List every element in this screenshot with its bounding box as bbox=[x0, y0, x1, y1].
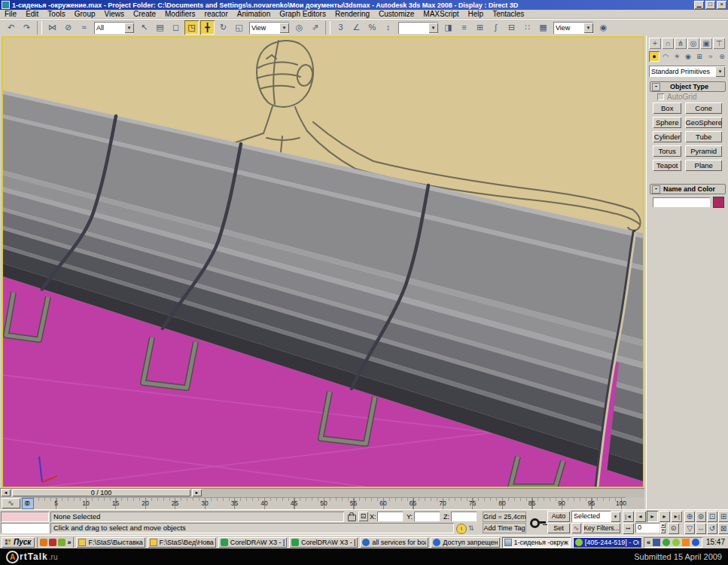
snaps-toggle-3d-button[interactable]: 3 bbox=[334, 20, 348, 35]
spinner-snap-toggle-button[interactable]: ↕ bbox=[381, 20, 395, 35]
absolute-offset-mode-button[interactable]: ⊡ bbox=[358, 512, 368, 521]
arc-rotate-button[interactable]: ↺ bbox=[707, 523, 717, 534]
category-systems[interactable]: ⊛ bbox=[717, 51, 727, 62]
curve-editor-button[interactable]: ∫ bbox=[489, 20, 503, 35]
unlink-selection-button[interactable]: ⊘ bbox=[61, 20, 75, 35]
tab-utilities[interactable]: ⊤ bbox=[713, 38, 725, 49]
viewport-canvas[interactable] bbox=[3, 38, 643, 487]
selection-lock-icon[interactable] bbox=[348, 515, 356, 521]
title-bar[interactable]: 1-сиденья -окружение.max - Project Folde… bbox=[0, 0, 728, 10]
primitive-geosphere-button[interactable]: GeoSphere bbox=[685, 117, 722, 128]
mirror-button[interactable]: ◨ bbox=[441, 20, 455, 35]
auto-key-button[interactable]: Auto Key bbox=[547, 511, 570, 522]
tab-modify[interactable]: ∩ bbox=[662, 38, 674, 49]
menu-modifiers[interactable]: Modifiers bbox=[160, 10, 200, 19]
go-to-start-button[interactable]: |◄ bbox=[623, 511, 634, 522]
menu-help[interactable]: Help bbox=[464, 10, 489, 19]
chevron-down-icon[interactable]: ▼ bbox=[611, 512, 620, 522]
menu-file[interactable]: File bbox=[0, 10, 21, 19]
use-pivot-point-center-button[interactable]: ◎ bbox=[292, 20, 306, 35]
select-object-button[interactable]: ↖ bbox=[137, 20, 151, 35]
chevron-down-icon[interactable]: ▼ bbox=[279, 23, 289, 33]
primitive-tube-button[interactable]: Tube bbox=[685, 131, 722, 142]
zoom-all-button[interactable]: ⊛ bbox=[696, 511, 706, 522]
play-button[interactable]: ► bbox=[647, 511, 658, 522]
menu-views[interactable]: Views bbox=[100, 10, 129, 19]
tray-icon-orange[interactable] bbox=[682, 539, 690, 546]
category-helpers[interactable]: ⊞ bbox=[694, 51, 705, 62]
menu-customize[interactable]: Customize bbox=[374, 10, 419, 19]
time-configuration-button[interactable]: ⊙ bbox=[668, 523, 679, 534]
primitive-plane-button[interactable]: Plane bbox=[685, 160, 722, 171]
set-key-mode-icon[interactable] bbox=[529, 515, 546, 530]
undo-button[interactable]: ↶ bbox=[4, 20, 18, 35]
tray-icon-green[interactable] bbox=[663, 539, 670, 546]
restore-button[interactable]: □ bbox=[705, 1, 715, 9]
zoom-extents-all-button[interactable]: ⊞ bbox=[718, 511, 728, 522]
current-frame-field[interactable]: 0 bbox=[635, 523, 659, 533]
menu-reactor[interactable]: reactor bbox=[200, 10, 233, 19]
category-cameras[interactable]: ◉ bbox=[683, 51, 693, 62]
select-and-scale-button[interactable]: ◱ bbox=[232, 20, 246, 35]
perspective-viewport[interactable] bbox=[2, 36, 644, 488]
menu-rendering[interactable]: Rendering bbox=[330, 10, 374, 19]
chevron-down-icon[interactable]: ▼ bbox=[583, 23, 593, 33]
bind-to-space-warp-button[interactable]: ≈ bbox=[77, 20, 91, 35]
tray-icon-blue[interactable] bbox=[692, 539, 699, 546]
track-bar-ruler[interactable]: 0 05101520253035404550556065707580859095… bbox=[22, 497, 626, 509]
material-editor-button[interactable]: ∷ bbox=[520, 20, 535, 35]
primitive-cylinder-button[interactable]: Cylinder bbox=[653, 131, 681, 142]
object-color-swatch[interactable] bbox=[713, 197, 724, 208]
menu-edit[interactable]: Edit bbox=[21, 10, 43, 19]
reference-coordinate-system-dropdown[interactable]: View▼ bbox=[249, 22, 289, 34]
select-and-move-button[interactable]: ╋ bbox=[200, 20, 215, 35]
primitive-sphere-button[interactable]: Sphere bbox=[653, 117, 681, 128]
tray-icon-icq[interactable] bbox=[672, 539, 680, 546]
primitive-cone-button[interactable]: Cone bbox=[685, 102, 722, 114]
render-setup-button[interactable]: ▦ bbox=[536, 20, 550, 35]
render-type-dropdown[interactable]: View▼ bbox=[553, 22, 593, 34]
category-lights[interactable]: ☀ bbox=[672, 51, 682, 62]
select-and-rotate-button[interactable]: ↻ bbox=[216, 20, 230, 35]
track-bar[interactable]: ∿ 0 051015202530354045505560657075808590… bbox=[0, 497, 644, 509]
key-mode-toggle-button[interactable]: ↦ bbox=[623, 523, 634, 534]
tray-chevron[interactable]: « bbox=[647, 539, 650, 546]
chevron-down-icon[interactable]: ▼ bbox=[124, 23, 134, 33]
time-slider-handle[interactable]: 0 / 100 bbox=[12, 489, 190, 496]
menu-maxscript[interactable]: MAXScript bbox=[419, 10, 463, 19]
task-explorer-2[interactable]: F:\StaS\Вед\Новая ... bbox=[148, 537, 216, 548]
quick-launch-icon-1[interactable] bbox=[40, 539, 47, 546]
collapse-icon[interactable]: - bbox=[652, 185, 660, 194]
chevron-down-icon[interactable]: ▼ bbox=[715, 66, 725, 77]
minimize-button[interactable]: ▁ bbox=[694, 1, 704, 9]
task-coreldraw-2[interactable]: CorelDRAW X3 - [C:\... bbox=[289, 537, 358, 548]
name-color-rollout[interactable]: - Name and Color bbox=[650, 184, 726, 194]
tab-display[interactable]: ▣ bbox=[700, 38, 712, 49]
task-explorer-1[interactable]: F:\StaS\Выставка Z... bbox=[76, 537, 145, 548]
task-coreldraw-1[interactable]: CorelDRAW X3 - [F:\... bbox=[218, 537, 287, 548]
key-filters-button[interactable]: Key Filters... bbox=[583, 523, 620, 533]
time-slider-next-button[interactable]: ► bbox=[192, 489, 202, 496]
menu-group[interactable]: Group bbox=[70, 10, 100, 19]
start-button[interactable]: Пуск bbox=[2, 537, 35, 548]
frame-spinner[interactable]: ▲▼ bbox=[660, 523, 666, 533]
maxscript-mini-listener[interactable] bbox=[1, 523, 49, 533]
redo-button[interactable]: ↷ bbox=[20, 20, 34, 35]
menu-graph-editors[interactable]: Graph Editors bbox=[275, 10, 330, 19]
collapse-icon[interactable]: - bbox=[652, 83, 660, 91]
task-3dsmax[interactable]: 1-сиденья -окруже... bbox=[502, 537, 571, 548]
primitive-type-dropdown[interactable]: Standard Primitives ▼ bbox=[649, 66, 725, 77]
primitive-teapot-button[interactable]: Teapot bbox=[653, 160, 681, 171]
category-shapes[interactable]: ◠ bbox=[660, 51, 671, 62]
task-ie-1[interactable]: all services for boar... bbox=[360, 537, 428, 548]
field-of-view-button[interactable]: ▽ bbox=[684, 523, 695, 534]
angle-snap-toggle-button[interactable]: ∠ bbox=[349, 20, 364, 35]
time-slider[interactable]: ◄ 0 / 100 ► bbox=[0, 488, 644, 497]
menu-create[interactable]: Create bbox=[129, 10, 160, 19]
tab-motion[interactable]: ◎ bbox=[687, 38, 699, 49]
menu-tools[interactable]: Tools bbox=[43, 10, 69, 19]
quick-launch-icon-2[interactable] bbox=[49, 539, 56, 546]
select-and-manipulate-button[interactable]: ⇗ bbox=[308, 20, 322, 35]
pan-button[interactable]: ⇔ bbox=[696, 523, 706, 534]
category-geometry[interactable]: ● bbox=[649, 51, 659, 62]
